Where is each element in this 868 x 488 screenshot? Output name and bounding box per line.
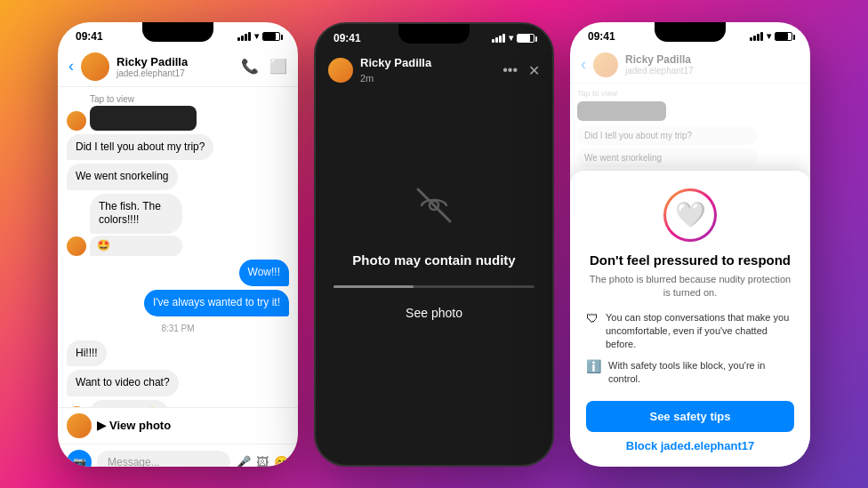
image-icon[interactable]: 🖼	[256, 455, 269, 467]
camera-icon: 📷	[73, 456, 86, 467]
tap-to-view-label: Tap to view	[90, 94, 197, 104]
ph3-contact-name: Ricky Padilla	[625, 53, 694, 66]
battery-icon-1	[262, 32, 280, 41]
phone-3: 09:41 ▾ ‹ Ricky Padilla jaded.elephant17…	[570, 22, 810, 467]
progress-bar	[334, 285, 534, 288]
progress-fill	[334, 285, 414, 288]
video-icon[interactable]: ⬜	[269, 58, 287, 75]
time-3: 09:41	[588, 30, 615, 43]
contact-info: Ricky Padilla jaded.elephant17	[117, 55, 234, 78]
msg-video: Want to video chat?	[67, 370, 179, 396]
ph3-header-bg: ‹ Ricky Padilla jaded.elephant17	[570, 47, 810, 84]
safety-modal: 🤍 Don't feel pressured to respond The ph…	[570, 171, 810, 467]
msg-wanted: I've always wanted to try it!	[144, 290, 289, 316]
wifi-icon-2: ▾	[509, 33, 513, 43]
view-photo-button[interactable]: ▶ View photo	[97, 419, 171, 432]
nudity-blocked-icon	[413, 184, 455, 235]
dark-contact-time: 2m	[360, 73, 374, 84]
chat-area: Tap to view Did I tell you about my trip…	[58, 87, 298, 407]
block-link[interactable]: Block jaded.elephant17	[586, 439, 794, 452]
time-1: 09:41	[76, 30, 103, 43]
safety-subtitle: The photo is blurred because nudity prot…	[586, 273, 794, 300]
nudity-warning-text: Photo may contain nudity	[352, 252, 515, 268]
avatar-small-2	[67, 236, 86, 256]
info-icon: ℹ️	[586, 359, 601, 373]
phone-2: 09:41 ▾ Ricky Padilla 2m ••• ✕	[314, 22, 554, 467]
safety-title: Don't feel pressured to respond	[586, 252, 794, 268]
signal-icon-2	[492, 34, 505, 43]
wifi-icon-3: ▾	[767, 31, 771, 41]
sticker-icon[interactable]: 😊	[274, 455, 289, 467]
play-icon: ▶	[97, 419, 106, 432]
signal-icon-3	[750, 32, 763, 41]
header-action-icons: 📞 ⬜	[241, 58, 287, 75]
camera-button[interactable]: 📷	[67, 450, 92, 467]
see-safety-tips-button[interactable]: See safety tips	[586, 401, 794, 432]
heart-circle: 🤍	[663, 188, 717, 242]
sender-avatar-bottom	[67, 413, 92, 438]
msg-emoji: 🤩	[90, 236, 182, 257]
contact-name: Ricky Padilla	[117, 55, 234, 68]
see-photo-label[interactable]: See photo	[406, 306, 462, 320]
phone-1: 09:41 ▾ ‹ Ricky Padilla jaded.elephant17…	[58, 22, 298, 467]
phone-icon[interactable]: 📞	[241, 58, 259, 75]
contact-avatar	[81, 52, 109, 81]
safety-text-2: With safety tools like block, you're in …	[608, 359, 794, 387]
status-icons-3: ▾	[750, 31, 792, 41]
time-2: 09:41	[334, 32, 361, 44]
notch-1	[142, 22, 213, 42]
blurred-media[interactable]	[90, 106, 197, 131]
dark-contact-name: Ricky Padilla	[360, 56, 495, 69]
shield-check-icon: 🛡	[586, 311, 599, 325]
input-icons: 🎤 🖼 😊	[236, 455, 289, 467]
msg-row-fish: The fish. The colors!!!! 🤩	[67, 194, 289, 257]
mic-icon[interactable]: 🎤	[236, 455, 251, 467]
safety-text-1: You can stop conversations that make you…	[606, 311, 794, 352]
message-input-bar: 📷 Message... 🎤 🖼 😊	[58, 444, 298, 467]
msg-bored: I'm bored 🥱	[90, 400, 168, 407]
message-input[interactable]: Message...	[97, 451, 230, 467]
timestamp-831: 8:31 PM	[67, 324, 289, 333]
view-photo-row[interactable]: ▶ View photo	[58, 407, 298, 444]
dark-content: Photo may contain nudity See photo	[316, 92, 552, 412]
more-options-icon[interactable]: •••	[502, 62, 518, 79]
notch-3	[655, 22, 726, 42]
dark-header-icons: ••• ✕	[502, 62, 540, 79]
heart-icon: 🤍	[675, 200, 706, 229]
messenger-header: ‹ Ricky Padilla jaded.elephant17 📞 ⬜	[58, 47, 298, 87]
signal-icon-1	[237, 32, 251, 41]
status-icons-2: ▾	[492, 33, 534, 43]
ph3-contact-user: jaded.elephant17	[625, 66, 694, 76]
dark-contact-avatar	[328, 58, 353, 83]
msg-trip: Did I tell you about my trip?	[67, 134, 213, 161]
msg-fish: The fish. The colors!!!!	[90, 194, 182, 234]
msg-row-bored: I'm bored 🥱	[67, 400, 289, 407]
notch-2	[398, 24, 470, 44]
safety-item-2: ℹ️ With safety tools like block, you're …	[586, 359, 794, 387]
avatar-small-1	[67, 111, 86, 131]
safety-item-1: 🛡 You can stop conversations that make y…	[586, 311, 794, 352]
msg-snorkeling: We went snorkeling	[67, 164, 178, 190]
status-icons-1: ▾	[237, 31, 280, 41]
back-button[interactable]: ‹	[68, 57, 74, 76]
msg-hi: Hi!!!!	[67, 340, 107, 367]
dark-chat-header: Ricky Padilla 2m ••• ✕	[316, 49, 552, 92]
progress-container	[334, 285, 534, 288]
battery-icon-3	[775, 32, 792, 41]
msg-row-taptview: Tap to view	[67, 94, 289, 131]
msg-wow: Wow!!!	[239, 260, 289, 286]
wifi-icon-1: ▾	[254, 31, 259, 41]
dark-contact-info: Ricky Padilla 2m	[360, 56, 495, 85]
contact-username: jaded.elephant17	[117, 68, 234, 78]
view-photo-label: View photo	[109, 419, 171, 432]
close-icon[interactable]: ✕	[528, 62, 540, 79]
battery-icon-2	[517, 34, 534, 43]
